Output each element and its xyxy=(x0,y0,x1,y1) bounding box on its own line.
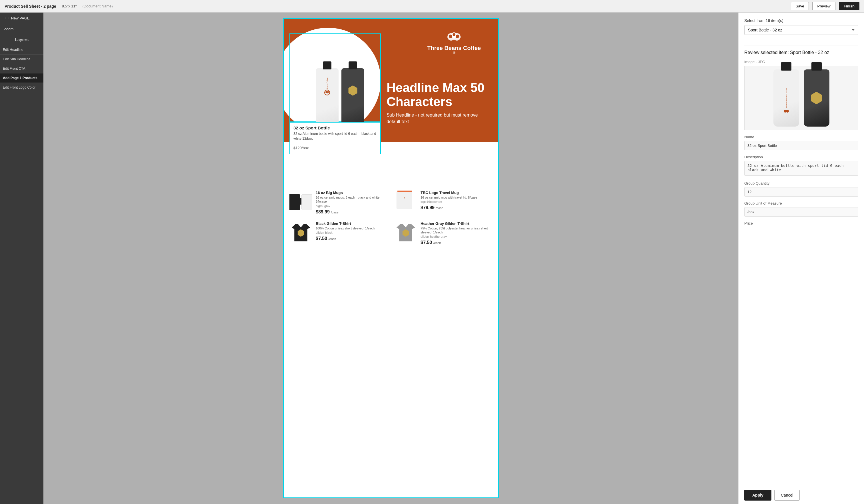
product-item-info-tshirt-black: Black Gilden T-Shirt 100% Cotton unisex … xyxy=(316,221,387,241)
price-label: Price xyxy=(744,221,858,226)
product-item-tshirt-gray: Heather Gray Gilden T-Shirt 75% Cotton, … xyxy=(394,221,492,245)
product-item-sku-tshirt-black: gilden-black xyxy=(316,231,387,234)
right-panel: Select from 16 item(s): Sport Bottle - 3… xyxy=(738,13,864,504)
canvas-area: Three Beans Coffee xyxy=(44,13,738,504)
review-bottle-cap-black xyxy=(812,62,822,71)
sidebar-item-edit-headline[interactable]: Edit Headline xyxy=(0,45,44,55)
product-thumb-tshirt-black xyxy=(289,221,312,244)
product-item-desc-tshirt-gray: 75% Cotton, 255t polyester heather unise… xyxy=(421,226,492,235)
save-button[interactable]: Save xyxy=(791,2,809,10)
review-bottle-cap-white xyxy=(781,62,791,71)
review-image-box: Three Beans Coffee xyxy=(744,66,858,130)
brand-registered: ® xyxy=(453,51,455,55)
group-qty-input[interactable] xyxy=(744,187,858,196)
hero-product-box[interactable]: Three Beans Coffee xyxy=(289,34,381,122)
group-uom-label: Group Unit of Measure xyxy=(744,201,858,205)
product-thumb-travel-mug: ● xyxy=(394,191,417,213)
svg-point-6 xyxy=(449,35,452,38)
bottle-label-white: Three Beans Coffee xyxy=(326,77,328,95)
sidebar-item-add-page-1-products[interactable]: Add Page 1 Products xyxy=(0,73,44,83)
sidebar-item-edit-sub-headline[interactable]: Edit Sub Headline xyxy=(0,55,44,64)
sidebar-item-edit-front-logo-color[interactable]: Edit Front Logo Color xyxy=(0,83,44,92)
product-item-info-mugs: 16 oz Big Mugs 16 oz ceramic mugs. 6 eac… xyxy=(316,191,387,215)
product-select-dropdown[interactable]: Sport Bottle - 32 oz 16 oz Big Mugs TBC … xyxy=(744,25,858,35)
mug-white-icon xyxy=(301,194,312,210)
right-panel-content: Select from 16 item(s): Sport Bottle - 3… xyxy=(739,13,864,486)
product-item-sku-tshirt-gray: gilden-heathergray xyxy=(421,235,492,238)
hero-headline-sub: Sub Headline - not required but must rem… xyxy=(387,112,490,125)
product-item-name-tshirt-black: Black Gilden T-Shirt xyxy=(316,221,387,226)
page-canvas: Three Beans Coffee xyxy=(283,18,499,498)
product-item-name-tshirt-gray: Heather Gray Gilden T-Shirt xyxy=(421,221,492,226)
description-label: Description xyxy=(744,155,858,159)
group-uom-input[interactable] xyxy=(744,207,858,217)
product-item-price-tshirt-gray: $7.50 /each xyxy=(421,240,492,245)
preview-button[interactable]: Preview xyxy=(812,2,835,10)
product-item-name-travel-mug: TBC Logo Travel Mug xyxy=(421,191,492,195)
product-item-name-mugs: 16 oz Big Mugs xyxy=(316,191,387,195)
cancel-button[interactable]: Cancel xyxy=(774,490,800,501)
svg-point-8 xyxy=(453,33,455,36)
product-item-price-tshirt-black: $7.50 /each xyxy=(316,236,387,241)
sidebar: + + New PAGE Zoom Layers Edit Headline E… xyxy=(0,13,44,504)
description-section: Description 32 oz Aluminum bottle with s… xyxy=(744,155,858,177)
sidebar-item-edit-front-cta[interactable]: Edit Front CTA xyxy=(0,64,44,73)
hero-headline-main: Headline Max 50 Characters xyxy=(387,81,490,109)
document-size: 8.5"x 11" xyxy=(62,4,77,8)
select-label: Select from 16 item(s): xyxy=(744,18,858,23)
review-bottles: Three Beans Coffee xyxy=(773,69,829,127)
review-bottle-black xyxy=(804,69,829,127)
product-item-mugs: 16 oz Big Mugs 16 oz ceramic mugs. 6 eac… xyxy=(289,191,387,215)
review-title: Review selected item: Sport Bottle - 32 … xyxy=(744,45,858,55)
hero-headline: Headline Max 50 Characters Sub Headline … xyxy=(387,81,490,125)
description-input[interactable]: 32 oz Aluminum bottle with sport lid 6 e… xyxy=(744,161,858,176)
svg-point-7 xyxy=(456,35,459,38)
plus-icon: + xyxy=(4,16,6,20)
svg-point-10 xyxy=(786,110,789,112)
zoom-button[interactable]: Zoom xyxy=(0,24,44,34)
featured-product-box[interactable]: 32 oz Sport Bottle 32 oz Aluminum bottle… xyxy=(289,122,381,154)
top-bar: Product Sell Sheet - 2 page 8.5"x 11" (D… xyxy=(0,0,864,13)
product-item-price-mugs: $89.99 /case xyxy=(316,209,387,215)
product-item-sku-travel-mug: logo16ozceram xyxy=(421,200,492,203)
hero-brand-logo: Three Beans Coffee ® xyxy=(427,31,481,55)
right-panel-footer: Apply Cancel xyxy=(739,486,864,504)
featured-product-name: 32 oz Sport Bottle xyxy=(293,125,377,130)
product-thumb-tshirt-gray xyxy=(394,221,417,244)
group-uom-section: Group Unit of Measure xyxy=(744,201,858,217)
new-page-button[interactable]: + + New PAGE xyxy=(0,13,44,24)
brand-name: Three Beans Coffee xyxy=(427,45,481,51)
name-input[interactable] xyxy=(744,141,858,150)
featured-product-price: $120/box xyxy=(293,143,377,151)
product-item-info-tshirt-gray: Heather Gray Gilden T-Shirt 75% Cotton, … xyxy=(421,221,492,245)
products-grid: 16 oz Big Mugs 16 oz ceramic mugs. 6 eac… xyxy=(284,185,498,245)
hero-bottles: Three Beans Coffee xyxy=(299,51,381,134)
product-item-tshirt-black: Black Gilden T-Shirt 100% Cotton unisex … xyxy=(289,221,387,245)
bottle-cap-white xyxy=(323,61,332,69)
layers-title: Layers xyxy=(0,34,44,45)
select-section: Select from 16 item(s): Sport Bottle - 3… xyxy=(744,18,858,40)
product-item-desc-tshirt-black: 100% Cotton unisex short sleeved, 1/each xyxy=(316,226,387,230)
tshirt-gray-icon xyxy=(397,224,415,241)
zoom-label: Zoom xyxy=(4,27,13,31)
coffee-logo-icon xyxy=(445,31,463,45)
finish-button[interactable]: Finish xyxy=(839,2,860,10)
document-name: (Document Name) xyxy=(82,4,112,8)
new-page-label: + New PAGE xyxy=(8,16,30,20)
review-bottle-badge xyxy=(810,92,823,104)
main-layout: + + New PAGE Zoom Layers Edit Headline E… xyxy=(0,13,864,504)
product-item-sku-mugs: bigmugbw xyxy=(316,204,387,208)
product-item-info-travel-mug: TBC Logo Travel Mug 16 oz ceramic mug wi… xyxy=(421,191,492,210)
review-bottle-logo-white xyxy=(782,108,790,115)
product-item-price-travel-mug: $79.99 /case xyxy=(421,205,492,210)
name-label: Name xyxy=(744,135,858,139)
travel-mug-lid xyxy=(397,191,412,192)
tshirt-black-icon xyxy=(292,224,310,241)
document-title: Product Sell Sheet - 2 page xyxy=(4,4,56,9)
group-qty-section: Group Quantity xyxy=(744,181,858,196)
featured-product-desc: 32 oz Aluminum bottle with sport lid 6 e… xyxy=(293,131,377,141)
bottle-logo-badge xyxy=(348,85,358,96)
apply-button[interactable]: Apply xyxy=(744,490,771,501)
price-section: Price xyxy=(744,221,858,226)
name-section: Name xyxy=(744,135,858,150)
